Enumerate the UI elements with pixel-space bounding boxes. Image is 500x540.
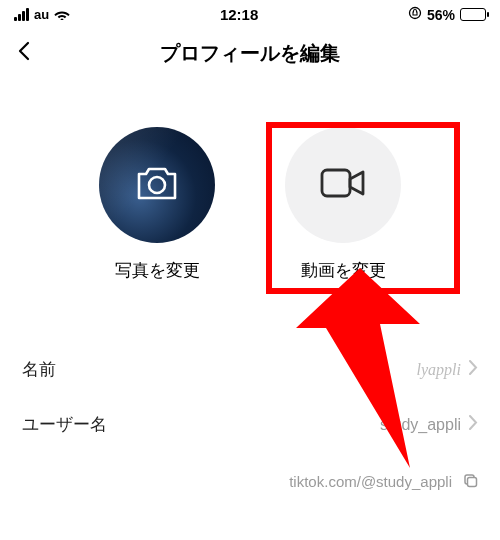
settings-list: 名前 lyappli ユーザー名 study_appli tiktok.com/… <box>0 342 500 491</box>
row-profile-url[interactable]: tiktok.com/@study_appli <box>0 452 500 491</box>
row-username-value: study_appli <box>380 416 461 434</box>
svg-rect-4 <box>468 478 477 487</box>
row-name-label: 名前 <box>22 358 56 381</box>
avatar-row: 写真を変更 動画を変更 <box>0 79 500 296</box>
battery-icon <box>460 8 486 21</box>
status-bar: au 12:18 56% <box>0 0 500 25</box>
signal-icon <box>14 8 29 21</box>
change-photo-button[interactable]: 写真を変更 <box>99 127 215 282</box>
status-time: 12:18 <box>220 6 258 23</box>
row-name-value: lyappli <box>417 361 461 379</box>
row-name[interactable]: 名前 lyappli <box>0 342 500 397</box>
svg-point-1 <box>149 177 165 193</box>
chevron-right-icon <box>469 415 478 434</box>
row-username-label: ユーザー名 <box>22 413 107 436</box>
copy-icon[interactable] <box>462 472 478 491</box>
profile-url-text: tiktok.com/@study_appli <box>289 473 452 490</box>
orientation-lock-icon <box>408 6 422 23</box>
chevron-right-icon <box>469 360 478 379</box>
wifi-icon <box>54 7 70 23</box>
carrier-label: au <box>34 7 49 22</box>
camera-icon <box>135 164 179 206</box>
page-title: プロフィールを編集 <box>0 40 500 67</box>
profile-photo-circle <box>99 127 215 243</box>
change-photo-label: 写真を変更 <box>115 259 200 282</box>
back-button[interactable] <box>16 39 44 67</box>
battery-percent: 56% <box>427 7 455 23</box>
row-username[interactable]: ユーザー名 study_appli <box>0 397 500 452</box>
video-icon <box>319 166 367 204</box>
profile-video-circle <box>285 127 401 243</box>
change-video-button[interactable]: 動画を変更 <box>285 127 401 282</box>
header: プロフィールを編集 <box>0 25 500 79</box>
svg-rect-2 <box>322 170 350 196</box>
change-video-label: 動画を変更 <box>301 259 386 282</box>
